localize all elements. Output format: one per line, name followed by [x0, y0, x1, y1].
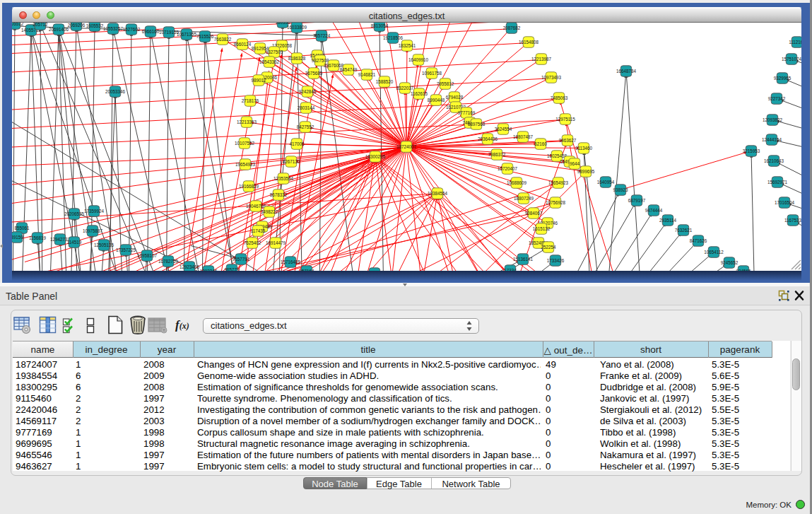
svg-text:9242845: 9242845 — [299, 88, 317, 93]
svg-text:16409910: 16409910 — [408, 57, 429, 62]
svg-text:1527602: 1527602 — [123, 26, 141, 31]
svg-text:10107552: 10107552 — [235, 140, 255, 145]
svg-text:16543362: 16543362 — [259, 59, 280, 64]
svg-text:1162615: 1162615 — [411, 90, 428, 95]
svg-text:6966160: 6966160 — [142, 28, 160, 33]
svg-text:9329965: 9329965 — [774, 75, 792, 80]
svg-text:9113460: 9113460 — [575, 145, 593, 150]
svg-text:17357225: 17357225 — [116, 247, 136, 252]
svg-text:2935114: 2935114 — [659, 217, 677, 222]
svg-text:417006: 417006 — [289, 141, 305, 146]
svg-text:9474444: 9474444 — [645, 207, 663, 212]
svg-text:12093822: 12093822 — [763, 117, 783, 122]
svg-text:20364436: 20364436 — [478, 136, 498, 141]
svg-text:16782759: 16782759 — [158, 258, 179, 263]
svg-text:7485063: 7485063 — [551, 95, 568, 100]
svg-text:19384554: 19384554 — [428, 190, 448, 195]
svg-text:989012: 989012 — [251, 77, 266, 82]
svg-text:16210643: 16210643 — [764, 158, 784, 163]
svg-text:1112163: 1112163 — [789, 39, 801, 44]
svg-text:19218506: 19218506 — [383, 35, 404, 40]
svg-text:19756928: 19756928 — [546, 199, 566, 204]
svg-text:8678332: 8678332 — [270, 192, 288, 197]
svg-text:1605532: 1605532 — [86, 23, 104, 28]
svg-text:10688609: 10688609 — [507, 180, 527, 185]
svg-text:7357224: 7357224 — [313, 33, 331, 37]
svg-text:19654923: 19654923 — [548, 180, 569, 185]
svg-text:855061: 855061 — [14, 225, 30, 230]
svg-text:19654923: 19654923 — [235, 161, 256, 166]
svg-text:7986372: 7986372 — [488, 151, 506, 156]
svg-text:7663822: 7663822 — [214, 36, 232, 41]
svg-text:12975115: 12975115 — [555, 116, 575, 121]
svg-text:3624554: 3624554 — [495, 126, 512, 131]
svg-text:965779: 965779 — [224, 267, 240, 270]
svg-text:16033809: 16033809 — [287, 24, 307, 29]
svg-text:6897568: 6897568 — [468, 121, 486, 126]
svg-text:12505135: 12505135 — [94, 242, 114, 247]
svg-text:10807487: 10807487 — [513, 134, 534, 139]
svg-text:17334: 17334 — [504, 267, 517, 270]
svg-text:117435: 117435 — [251, 228, 266, 233]
svg-text:17016504: 17016504 — [775, 199, 795, 204]
svg-text:8471626: 8471626 — [690, 238, 707, 243]
svg-text:15136141: 15136141 — [513, 256, 534, 261]
svg-text:12923466: 12923466 — [180, 264, 200, 269]
svg-text:15716485: 15716485 — [281, 259, 301, 264]
svg-text:2087682: 2087682 — [503, 25, 521, 30]
svg-text:205712: 205712 — [33, 23, 48, 27]
svg-text:8267130: 8267130 — [283, 158, 300, 163]
svg-text:8454749: 8454749 — [340, 66, 358, 71]
svg-text:15720407: 15720407 — [498, 165, 518, 170]
svg-text:7625402: 7625402 — [244, 240, 261, 245]
svg-text:9084067: 9084067 — [525, 210, 543, 215]
svg-text:9327503: 9327503 — [266, 49, 283, 54]
svg-text:8813054: 8813054 — [371, 23, 389, 28]
svg-text:1640954: 1640954 — [597, 179, 615, 184]
svg-text:12213987: 12213987 — [531, 56, 552, 61]
svg-text:7632621: 7632621 — [675, 227, 693, 232]
svg-text:8990448: 8990448 — [428, 97, 445, 102]
svg-text:10973493: 10973493 — [541, 74, 562, 79]
svg-text:12444154: 12444154 — [762, 136, 782, 141]
svg-text:20691406: 20691406 — [49, 26, 69, 31]
svg-text:10975887: 10975887 — [83, 228, 103, 233]
svg-text:19046786: 19046786 — [246, 203, 266, 208]
svg-text:15692971: 15692971 — [767, 179, 788, 184]
svg-text:18300295: 18300295 — [365, 153, 386, 158]
svg-text:3498222: 3498222 — [261, 209, 278, 214]
svg-text:7955812: 7955812 — [437, 81, 454, 86]
svg-text:9146821: 9146821 — [358, 71, 376, 76]
svg-text:1832541: 1832541 — [399, 42, 416, 47]
svg-text:19166829: 19166829 — [239, 183, 259, 188]
svg-text:114519: 114519 — [67, 239, 82, 244]
svg-text:10961758: 10961758 — [422, 70, 442, 75]
svg-text:1588520: 1588520 — [376, 78, 394, 83]
svg-text:1292346: 1292346 — [200, 268, 218, 270]
svg-text:2718176: 2718176 — [242, 98, 259, 103]
svg-text:15751074: 15751074 — [782, 56, 801, 61]
svg-text:9463627: 9463627 — [559, 137, 577, 142]
svg-text:10958107: 10958107 — [137, 252, 158, 257]
svg-text:8660124: 8660124 — [234, 41, 252, 46]
svg-text:2803144: 2803144 — [298, 105, 315, 110]
svg-text:17359924: 17359924 — [84, 208, 105, 213]
svg-text:8186328: 8186328 — [288, 55, 306, 60]
svg-text:252254: 252254 — [541, 244, 556, 249]
svg-text:62160: 62160 — [534, 141, 547, 146]
svg-text:18724007: 18724007 — [396, 144, 417, 148]
svg-text:9227342: 9227342 — [768, 95, 786, 100]
svg-text:8322037: 8322037 — [396, 85, 414, 90]
svg-text:924565: 924565 — [736, 268, 751, 270]
svg-text:10654112: 10654112 — [704, 249, 724, 254]
svg-text:1615132: 1615132 — [533, 226, 551, 230]
svg-text:39159: 39159 — [12, 234, 23, 239]
svg-text:1167533: 1167533 — [784, 217, 801, 222]
svg-text:9899695: 9899695 — [577, 168, 595, 173]
svg-text:10671355: 10671355 — [177, 31, 197, 36]
svg-text:6794028: 6794028 — [446, 94, 464, 99]
svg-text:3215953: 3215953 — [743, 148, 760, 153]
svg-text:16648784: 16648784 — [616, 68, 637, 73]
svg-text:1405512: 1405512 — [12, 23, 24, 26]
svg-text:2069206: 2069206 — [68, 23, 86, 28]
